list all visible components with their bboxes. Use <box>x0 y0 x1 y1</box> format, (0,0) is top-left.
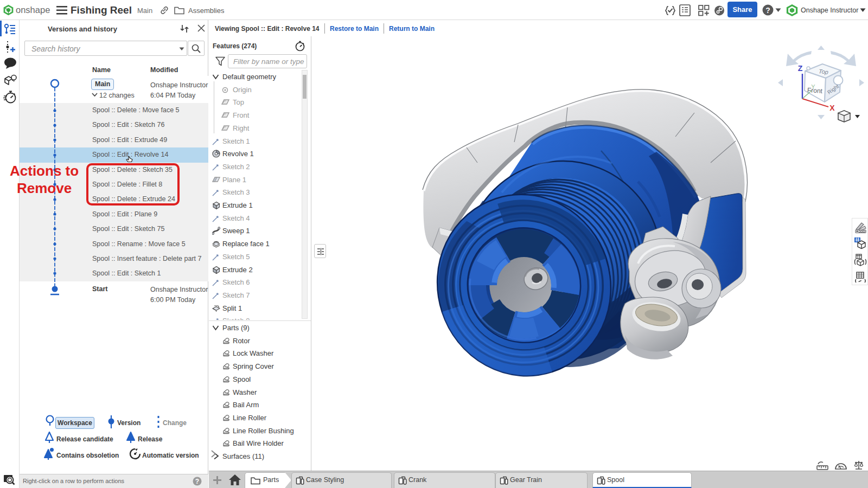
svg-text:Top: Top <box>818 68 828 75</box>
svg-text:Y: Y <box>811 84 815 90</box>
svg-text:?: ? <box>765 6 770 15</box>
svg-text:X: X <box>829 104 835 112</box>
svg-text:?: ? <box>195 478 199 485</box>
svg-text:Z: Z <box>798 64 803 73</box>
